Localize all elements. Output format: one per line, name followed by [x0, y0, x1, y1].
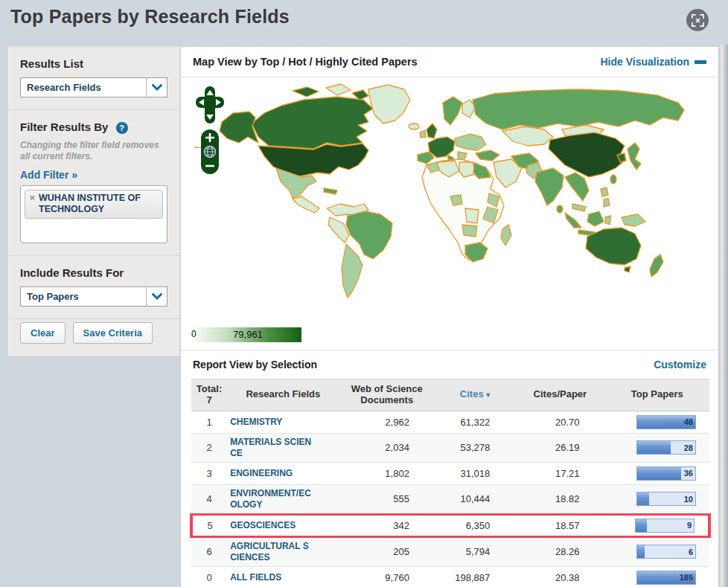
minus-icon [695, 60, 706, 64]
country-china[interactable] [549, 132, 625, 177]
research-field-link[interactable]: ENGINEERING [230, 468, 313, 479]
top-papers-bar: 185 [636, 571, 696, 585]
row-cites: 6,350 [435, 514, 515, 536]
top-papers-value: 28 [684, 443, 693, 452]
include-results-dropdown[interactable]: Top Papers [20, 286, 167, 307]
top-papers-value: 10 [684, 495, 693, 504]
country-japan[interactable] [628, 143, 641, 170]
top-papers-bar-fill [636, 519, 647, 532]
research-field-link[interactable]: ALL FIELDS [230, 572, 313, 583]
row-cites: 53,278 [435, 433, 515, 462]
top-papers-value: 48 [684, 417, 693, 426]
row-wos-documents: 342 [339, 514, 435, 536]
cites-label: Cites [460, 388, 484, 400]
world-choropleth-map[interactable] [181, 77, 702, 321]
customize-link[interactable]: Customize [654, 359, 706, 371]
row-rank: 4 [191, 484, 227, 514]
top-papers-value: 36 [684, 469, 693, 478]
vertical-scrollbar[interactable] [720, 45, 728, 587]
row-wos-documents: 1,802 [339, 462, 435, 484]
map-pan-control[interactable] [196, 86, 224, 124]
report-view-header: Report View by Selection Customize [181, 350, 718, 379]
row-rank: 2 [191, 433, 227, 462]
row-cites-per-paper: 20.38 [515, 566, 604, 587]
results-list-dropdown[interactable]: Research Fields [20, 77, 167, 97]
results-list-heading: Results List [20, 57, 167, 70]
row-cites-per-paper: 20.70 [515, 411, 604, 433]
hide-visualization-link[interactable]: Hide Visualization [600, 56, 706, 68]
column-research-fields[interactable]: Research Fields [227, 379, 339, 411]
sidebar: Results List Research Fields Filter Resu… [7, 46, 180, 356]
save-criteria-button[interactable]: Save Criteria [73, 322, 153, 344]
country-uk[interactable] [427, 124, 437, 138]
include-results-heading: Include Results For [20, 266, 167, 279]
page-title: Top Papers by Research Fields [10, 6, 290, 28]
top-papers-value: 6 [689, 548, 693, 556]
country-greenland[interactable] [368, 85, 410, 124]
content-area: Results List Research Fields Filter Resu… [0, 42, 728, 587]
country-new-zealand[interactable] [650, 254, 663, 277]
row-wos-documents: 2,962 [339, 411, 435, 433]
clear-button[interactable]: Clear [20, 322, 66, 344]
chevron-down-icon [146, 287, 167, 306]
top-papers-bar: 10 [636, 492, 696, 506]
include-results-value: Top Papers [21, 287, 146, 306]
research-field-link[interactable]: CHEMISTRY [230, 417, 313, 428]
research-field-link[interactable]: MATERIALS SCIENCE [230, 437, 313, 459]
country-australia[interactable] [586, 228, 641, 265]
table-row: 6AGRICULTURAL SCIENCES2055,79428.266 [191, 536, 709, 566]
row-cites-per-paper: 26.19 [515, 433, 604, 462]
fullscreen-toggle-button[interactable] [686, 9, 709, 31]
column-cites-per-paper[interactable]: Cites/Paper [515, 379, 604, 411]
row-wos-documents: 555 [339, 484, 435, 514]
help-icon[interactable]: ? [116, 122, 128, 134]
country-canada[interactable] [252, 97, 373, 149]
research-field-link[interactable]: AGRICULTURAL SCIENCES [230, 541, 313, 563]
row-cites: 5,794 [435, 536, 515, 566]
row-cites: 10,444 [435, 484, 515, 514]
top-papers-bar-fill [637, 467, 681, 480]
map-controls [196, 86, 224, 174]
map-color-legend: 0 79,961 [190, 327, 301, 342]
top-papers-bar-fill [637, 441, 671, 454]
top-papers-value: 185 [680, 573, 693, 582]
top-papers-bar: 36 [636, 466, 696, 481]
country-alaska[interactable] [220, 112, 258, 143]
top-papers-bar: 9 [635, 519, 695, 533]
filter-note: Changing the filter field removes all cu… [20, 140, 167, 162]
filter-section: Filter Results By ? Changing the filter … [8, 110, 179, 256]
legend-min-value: 0 [191, 329, 197, 339]
sidebar-actions: Clear Save Criteria [8, 319, 179, 356]
results-list-value: Research Fields [21, 78, 146, 97]
column-wos-documents[interactable]: Web of Science Documents [339, 379, 435, 411]
table-row: 5GEOSCIENCES3426,35018.579 [191, 514, 709, 536]
filter-tag[interactable]: × WUHAN INSTITUTE OF TECHNOLOGY [25, 190, 163, 219]
filter-list-box: × WUHAN INSTITUTE OF TECHNOLOGY [20, 185, 167, 243]
column-total: Total: 7 [191, 379, 227, 411]
map-zoom-control[interactable] [201, 129, 219, 174]
research-field-link[interactable]: GEOSCIENCES [230, 520, 313, 531]
top-papers-bar-fill [637, 545, 645, 558]
add-filter-link[interactable]: Add Filter » [20, 169, 77, 181]
row-cites: 31,018 [435, 462, 515, 484]
row-wos-documents: 205 [339, 536, 435, 566]
include-results-section: Include Results For Top Papers [8, 256, 179, 319]
report-table: Total: 7 Research Fields Web of Science … [190, 379, 711, 587]
research-field-link[interactable]: ENVIRONMENT/ECOLOGY [230, 488, 313, 510]
row-cites-per-paper: 17.21 [515, 462, 604, 484]
table-row: 0ALL FIELDS9,760198,88720.38185 [191, 566, 709, 587]
total-label: Total: [193, 384, 226, 395]
table-row: 4ENVIRONMENT/ECOLOGY55510,44418.8210 [191, 484, 709, 514]
country-argentina[interactable] [342, 244, 363, 298]
top-papers-bar-fill [637, 493, 649, 505]
report-view-title: Report View by Selection [193, 359, 317, 371]
table-header-row: Total: 7 Research Fields Web of Science … [191, 379, 709, 411]
map-container [181, 77, 718, 321]
column-top-papers[interactable]: Top Papers [605, 379, 709, 411]
country-india[interactable] [535, 168, 563, 205]
remove-filter-icon[interactable]: × [30, 193, 35, 205]
table-row: 2MATERIALS SCIENCE2,03453,27826.1928 [191, 433, 709, 462]
country-russia[interactable] [473, 89, 684, 129]
column-cites-sort[interactable]: Cites ▾ [435, 379, 515, 411]
row-rank: 5 [191, 514, 227, 536]
